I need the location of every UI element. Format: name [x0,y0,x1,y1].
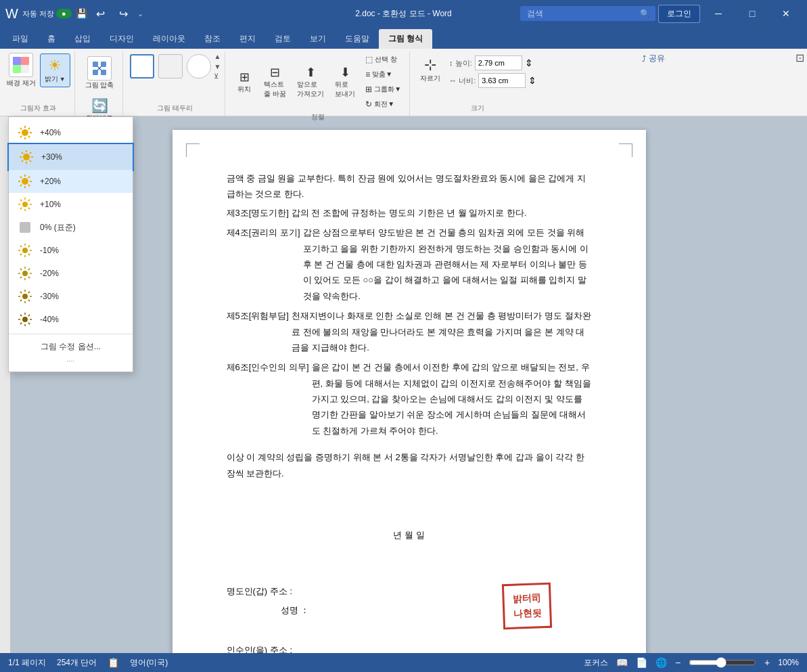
bring-forward-btn[interactable]: ⬆ 앞으로가져오기 [292,62,329,102]
tab-layout[interactable]: 레이아웃 [143,29,195,49]
tab-review[interactable]: 검토 [265,29,300,49]
width-input[interactable] [478,73,526,88]
article6-title: 제6조[인수인의 의무] [227,359,309,439]
autosave-on[interactable]: ● [56,9,72,18]
transferor-row: 명도인(갑) 주소 : 성명 ： 밝터司 나현됫 [227,583,592,629]
zoom-slider[interactable] [689,657,756,668]
ribbon-bar: ⤴ 공유 배경 제거 ☀ 밝기 ▼ 그림자 효과 [0,49,807,116]
login-button[interactable]: 로그인 [658,5,700,23]
svg-line-25 [22,152,23,154]
brightness-icon: ☀ [48,57,62,74]
tab-home[interactable]: 홈 [38,29,65,49]
zoom-out-icon[interactable]: − [675,657,681,668]
brightness-item-40[interactable]: +40% [9,121,133,144]
send-backward-icon: ⬇ [340,65,350,80]
accessibility-icon[interactable]: 📋 [108,657,119,668]
article4-inner: 제4조[권리의 포기] 갑은 상점으로부터 양도받은 본 건 건물 층의 임차권… [227,225,592,304]
brightness-icon-0 [16,218,34,237]
autosave-toggle[interactable]: 자동 저장 ● [22,9,72,19]
selection-icon: ⬚ [365,55,373,64]
rotate-btn[interactable]: ↻ 회전▼ [361,97,405,111]
tab-view[interactable]: 보기 [300,29,336,49]
style-3[interactable] [187,54,211,79]
selection-pane-btn[interactable]: ⬚ 선택 창 [361,53,405,66]
compress-btn[interactable]: 그림 압축 [80,53,119,93]
styles-down[interactable]: ▼ [214,63,221,70]
svg-line-18 [20,136,22,137]
position-btn[interactable]: ⊞ 위치 [231,66,258,97]
tab-references[interactable]: 참조 [195,29,230,49]
brightness-item-neg10[interactable]: -10% [9,239,133,262]
article4: 제4조[권리의 포기] 갑은 상점으로부터 양도받은 본 건 건물 층의 임차권… [227,225,592,304]
tab-mailing[interactable]: 편지 [230,29,265,49]
brightness-item-30[interactable]: +30% [7,143,134,171]
svg-line-45 [20,208,22,209]
share-button[interactable]: ⤴ 공유 [642,53,665,64]
ribbon-group-corrections: 배경 제거 ☀ 밝기 ▼ 그림자 효과 [3,51,75,116]
web-layout-icon[interactable]: 🌐 [655,657,667,668]
spacer2 [227,556,592,570]
style-2[interactable] [158,54,183,79]
height-input[interactable] [475,55,522,70]
brightness-item-10[interactable]: +10% [9,193,133,216]
focus-label[interactable]: 포커스 [584,657,608,669]
undo-button[interactable]: ↩ [91,4,110,23]
width-spinner[interactable]: ⇕ [528,75,536,86]
word-logo-icon: W [5,6,18,22]
title-bar-right: 🔍 로그인 ─ □ ✕ [520,0,802,27]
minimize-button[interactable]: ─ [703,0,734,27]
svg-rect-47 [20,222,30,233]
textwrap-label: 텍스트줄 바꿈 [264,80,286,99]
redo-button[interactable]: ↪ [114,4,133,23]
brightness-label-20: +20% [40,177,61,186]
tab-insert[interactable]: 삽입 [65,29,100,49]
maximize-button[interactable]: □ [737,0,768,27]
brightness-item-neg20[interactable]: -20% [9,262,133,285]
print-layout-icon[interactable]: 📄 [636,657,647,668]
svg-line-27 [22,160,23,162]
close-button[interactable]: ✕ [770,0,802,27]
remove-bg-btn[interactable]: 배경 제거 [7,53,36,88]
status-bar: 1/1 페이지 254개 단어 📋 영어(미국) 포커스 📖 📄 🌐 − + 1… [0,653,807,672]
size-dialog-launcher[interactable]: ⊡ [796,51,804,64]
corrections-button[interactable]: ☀ 밝기 ▼ [40,53,70,87]
tab-help[interactable]: 도움말 [336,29,379,49]
style-1[interactable] [130,54,154,79]
signature-section: 명도인(갑) 주소 : 성명 ： 밝터司 나현됫 [227,583,592,653]
tab-design[interactable]: 디자인 [100,29,143,49]
read-mode-icon[interactable]: 📖 [616,657,628,668]
word-count: 254개 단어 [57,657,97,669]
svg-line-46 [28,200,30,201]
brightness-item-neg30[interactable]: -30% [9,285,133,308]
transferor-name: 성명 ： [281,602,310,618]
styles-up[interactable]: ▲ [214,53,221,60]
svg-line-56 [28,246,30,247]
search-input[interactable] [520,6,655,21]
brightness-item-neg40[interactable]: -40% [9,308,133,331]
ribbon-group-arrange: ⊞ 위치 ⊟ 텍스트줄 바꿈 ⬆ 앞으로가져오기 ⬇ 뒤로보내기 ⬚ [227,51,410,116]
tab-picture-format[interactable]: 그림 형식 [379,29,432,49]
crop-btn[interactable]: ⊹ 자르기 [415,53,445,87]
zoom-in-icon[interactable]: + [764,657,770,668]
intro-text: 금액 중 금일 원을 교부한다. 특히 잔금 원에 있어서는 명도절차완료와 동… [227,171,592,202]
ribbon-collapse-icon[interactable]: ⌄ [137,9,143,18]
align-btn[interactable]: ≡ 맞춤▼ [361,68,405,81]
svg-line-17 [28,136,30,137]
styles-expand[interactable]: ⊻ [214,72,221,80]
remove-bg-icon[interactable] [9,53,33,77]
spacer1 [227,487,592,507]
corrections-label-row: 밝기 ▼ [45,74,66,84]
transferee-info: 인수인(을) 주소 : 성명 ： 인 [227,642,592,653]
send-backward-label: 뒤로보내기 [335,80,355,99]
corrections-dropdown-arrow[interactable]: ▼ [60,76,66,83]
tab-file[interactable]: 파일 [3,29,38,49]
save-icon[interactable]: 💾 [76,8,87,19]
textwrap-btn[interactable]: ⊟ 텍스트줄 바꿈 [259,62,291,102]
date-line: 년 월 일 [227,527,592,543]
group-btn[interactable]: ⊞ 그룹화▼ [361,83,405,96]
height-spinner[interactable]: ⇕ [525,58,533,68]
brightness-item-0[interactable]: 0% (표준) [9,216,133,239]
brightness-footer[interactable]: 그림 수정 옵션... [9,337,133,357]
brightness-item-20[interactable]: +20% [9,170,133,193]
send-backward-btn[interactable]: ⬇ 뒤로보내기 [330,62,360,102]
